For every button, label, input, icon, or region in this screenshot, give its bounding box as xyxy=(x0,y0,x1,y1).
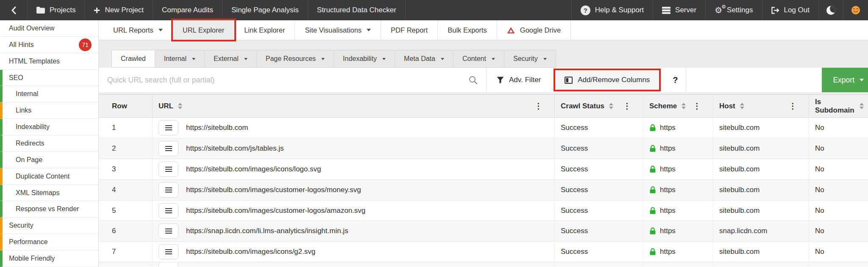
nav-log-out-label: Log Out xyxy=(784,6,810,14)
filter-tab-security[interactable]: Security xyxy=(504,50,556,68)
nav-compare-audits[interactable]: Compare Audits xyxy=(153,0,223,20)
sort-icon[interactable] xyxy=(609,103,613,109)
sidebar-item-indexability[interactable]: Indexability xyxy=(0,119,98,135)
tab-google-drive[interactable]: Google Drive xyxy=(497,20,571,40)
logout-icon xyxy=(771,7,779,14)
hints-count-badge: 71 xyxy=(79,39,92,51)
column-menu-icon[interactable]: ⋮ xyxy=(693,102,709,110)
sidebar-item-label: Duplicate Content xyxy=(16,173,70,180)
quick-url-search xyxy=(99,68,487,92)
lock-icon xyxy=(649,227,656,235)
url-value: https://sitebulb.com/images/icons/logo.s… xyxy=(186,165,321,173)
hamburger-icon xyxy=(165,167,172,172)
tab-url-explorer[interactable]: URL Explorer xyxy=(173,20,234,40)
funnel-icon xyxy=(497,77,504,84)
nav-log-out[interactable]: Log Out xyxy=(762,0,819,20)
host-value: snap.licdn.com xyxy=(713,221,809,241)
search-icon[interactable] xyxy=(468,75,478,85)
sidebar-item-redirects[interactable]: Redirects xyxy=(0,135,98,152)
chevron-down-icon xyxy=(441,58,444,60)
column-menu-icon[interactable]: ⋮ xyxy=(789,102,804,110)
column-header-crawl-status[interactable]: Crawl Status⋮ xyxy=(555,95,643,117)
sidebar-item-mobile-friendly[interactable]: Mobile Friendly xyxy=(0,250,98,267)
sidebar-item-duplicate-content[interactable]: Duplicate Content xyxy=(0,168,98,185)
row-menu-button[interactable] xyxy=(159,262,178,267)
sidebar-item-links[interactable]: Links xyxy=(0,102,98,119)
sidebar-item-performance[interactable]: Performance xyxy=(0,234,98,250)
tab-site-visualisations[interactable]: Site Visualisations xyxy=(295,20,381,40)
sidebar-item-label: On Page xyxy=(16,156,42,164)
table-help-button[interactable]: ? xyxy=(665,68,686,92)
nav-structured-data-checker[interactable]: Structured Data Checker xyxy=(308,0,406,20)
nav-settings[interactable]: ⚙⚙ Settings xyxy=(706,0,762,20)
sidebar-item-on-page[interactable]: On Page xyxy=(0,152,98,168)
plus-icon xyxy=(94,7,100,14)
column-header-host[interactable]: Host⋮ xyxy=(713,95,809,117)
tab-label: URL Explorer xyxy=(183,26,224,34)
sidebar-item-seo[interactable]: SEO xyxy=(0,70,98,86)
chevron-down-icon xyxy=(159,29,163,31)
sidebar-item-security[interactable]: Security xyxy=(0,217,98,234)
sidebar-item-label: Response vs Render xyxy=(16,205,79,213)
url-value: https://sitebulb.com/js/tables.js xyxy=(186,144,284,153)
lock-icon xyxy=(649,124,656,132)
sidebar-item-response-vs-render[interactable]: Response vs Render xyxy=(0,201,98,217)
is-subdomain-value: No xyxy=(809,138,868,159)
row-menu-button[interactable] xyxy=(159,223,178,239)
sidebar-item-all-hints[interactable]: All Hints71 xyxy=(0,37,98,53)
table-row: 1 https://sitebulb.com Success https sit… xyxy=(99,118,868,138)
dark-mode-toggle[interactable] xyxy=(819,0,843,20)
filter-tab-internal[interactable]: Internal xyxy=(155,50,205,68)
filter-tab-crawled[interactable]: Crawled xyxy=(111,50,155,68)
nav-single-page-analysis[interactable]: Single Page Analysis xyxy=(223,0,308,20)
user-avatar-button[interactable] xyxy=(843,0,868,20)
sort-icon[interactable] xyxy=(860,103,864,109)
row-menu-button[interactable] xyxy=(159,120,178,135)
filter-tab-indexability[interactable]: Indexability xyxy=(334,50,395,68)
chevron-left-icon xyxy=(11,6,16,14)
filter-tab-page-resources[interactable]: Page Resources xyxy=(257,50,334,68)
row-menu-button[interactable] xyxy=(159,244,178,259)
tab-pdf-report[interactable]: PDF Report xyxy=(381,20,438,40)
row-number: 5 xyxy=(99,201,153,221)
add-remove-columns-button[interactable]: Add/Remove Columns xyxy=(555,70,659,90)
sidebar-item-internal[interactable]: Internal xyxy=(0,86,98,102)
sidebar-item-xml-sitemaps[interactable]: XML Sitemaps xyxy=(0,185,98,201)
nav-help-support[interactable]: ? Help & Support xyxy=(571,0,653,20)
back-button[interactable] xyxy=(0,0,28,20)
row-menu-button[interactable] xyxy=(159,203,178,218)
tab-link-explorer[interactable]: Link Explorer xyxy=(234,20,295,40)
nav-new-project[interactable]: New Project xyxy=(85,0,153,20)
column-menu-icon[interactable]: ⋮ xyxy=(534,102,550,110)
row-menu-button[interactable] xyxy=(159,182,178,198)
column-header-is-subdomain[interactable]: Is Subdomain xyxy=(809,95,868,117)
row-menu-button[interactable] xyxy=(159,162,178,177)
table-row: 2 https://sitebulb.com/js/tables.js Succ… xyxy=(99,138,868,159)
column-header-scheme[interactable]: Scheme⋮ xyxy=(643,95,713,117)
tab-bulk-exports[interactable]: Bulk Exports xyxy=(438,20,497,40)
table-row: 5 https://sitebulb.com/images/customer-l… xyxy=(99,201,868,221)
search-input[interactable] xyxy=(107,76,468,85)
filter-tab-external[interactable]: External xyxy=(205,50,257,68)
sort-icon[interactable] xyxy=(178,103,182,109)
adv-filter-button[interactable]: Adv. Filter xyxy=(487,68,551,92)
nav-projects[interactable]: Projects xyxy=(28,0,85,20)
export-button[interactable]: Export xyxy=(822,68,868,92)
nav-server[interactable]: Server xyxy=(653,0,706,20)
sidebar-item-html-templates[interactable]: HTML Templates xyxy=(0,53,98,70)
sort-icon[interactable] xyxy=(682,103,686,109)
sidebar-item-label: HTML Templates xyxy=(9,58,60,65)
column-header-url[interactable]: URL⋮ xyxy=(153,95,555,117)
filter-tab-meta-data[interactable]: Meta Data xyxy=(395,50,453,68)
sidebar-item-label: XML Sitemaps xyxy=(16,189,59,197)
sidebar-item-audit-overview[interactable]: Audit Overview xyxy=(0,20,98,37)
column-menu-icon[interactable]: ⋮ xyxy=(623,102,639,110)
sidebar-item-label: SEO xyxy=(9,74,23,82)
tab-url-reports[interactable]: URL Reports xyxy=(103,20,173,40)
filter-tab-label: Internal xyxy=(164,55,186,63)
row-menu-button[interactable] xyxy=(159,141,178,156)
filter-tab-content[interactable]: Content xyxy=(453,50,504,68)
row-number: 1 xyxy=(99,118,153,138)
filter-tabs-bar: Crawled Internal External Page Resources… xyxy=(111,50,868,68)
sort-icon[interactable] xyxy=(740,103,744,109)
